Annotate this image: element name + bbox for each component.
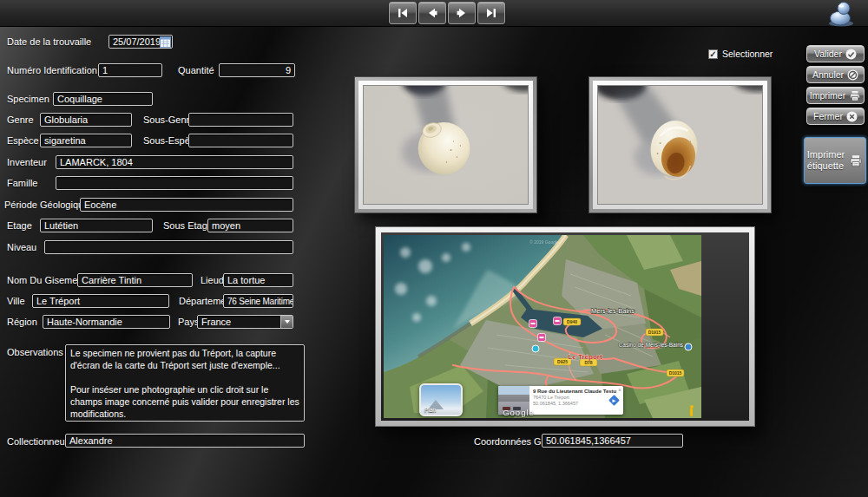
inventeur-input[interactable]: LAMARCK, 1804 [56,155,293,169]
numero-input[interactable]: 1 [98,63,162,77]
gps-input[interactable]: 50.061845,1366457 [542,434,683,448]
specimen-label: Specimen [7,94,49,104]
map-label-mers-les-bains: Mers-les-Bains [591,307,635,315]
etage-label: Etage [7,220,32,231]
inventeur-label: Inventeur [7,157,47,167]
sous-etage-input[interactable]: moyen [207,219,293,232]
niveau-label: Niveau [7,242,36,252]
previous-record-button[interactable] [418,2,446,24]
pays-select[interactable]: France [197,315,293,329]
next-record-button[interactable] [448,2,476,24]
imprimer-etiquette-button[interactable]: Imprimer étiquette [804,137,866,184]
user-icon[interactable] [823,1,861,30]
imprimer-etiquette-label: Imprimer étiquette [807,149,845,172]
map-copyright: © 2019 Google [529,239,559,245]
periode-input[interactable]: Eocène [80,198,293,212]
etage-input[interactable]: Lutétien [40,219,153,232]
first-record-button[interactable] [389,2,417,24]
next-record-icon [454,5,470,21]
specimen-photo-1[interactable] [354,76,537,213]
espece-input[interactable]: sigaretina [40,134,132,147]
sous-espece-input[interactable] [188,134,293,147]
close-icon [846,111,858,122]
road-badge: D1015 [669,370,682,376]
previous-record-icon [424,5,440,21]
selectionner-checkbox-row: ✓ Selectionner [708,49,773,59]
dropdown-arrow-icon[interactable] [280,316,293,328]
ville-label: Ville [7,296,25,306]
collectionneur-label: Collectionneur [7,436,68,447]
pays-value: France [201,317,231,327]
annuler-label: Annuler [812,69,844,80]
google-watermark: Google [384,408,654,417]
top-toolbar [0,0,868,27]
info-card-coordinates: 50.061845, 1.366457 [533,401,621,407]
road-badge: D925 [557,359,568,364]
map-photo-frame: D940 D1915 D925 D78 D926 D1015 [375,226,755,427]
check-icon [845,49,857,60]
imprimer-label: Imprimer [810,90,845,101]
map-inner-area: D940 D1915 D925 D78 D926 D1015 [381,232,749,421]
photo-matte [358,81,533,209]
last-record-button[interactable] [477,2,505,24]
photo-matte [593,81,767,209]
date-label: Date de la trouvaille [7,36,91,47]
selectionner-checkbox[interactable]: ✓ [708,49,718,59]
periode-label: Période Géologique [4,199,89,210]
imprimer-button[interactable]: Imprimer [806,87,865,104]
pays-label: Pays [178,317,199,327]
collectionneur-input[interactable]: Alexandre [65,434,305,448]
gisement-label: Nom Du Gisement [7,275,85,285]
valider-label: Valider [814,49,842,59]
quantite-input[interactable]: 9 [219,63,295,77]
sous-genre-input[interactable] [188,113,293,127]
quantite-label: Quantité [178,65,214,75]
selectionner-label: Selectionner [722,49,773,59]
record-navigation [389,2,505,24]
info-card-close-icon[interactable]: × [618,387,621,393]
lieudit-input[interactable]: La tortue [223,273,293,287]
sous-genre-label: Sous-Genre [143,114,194,125]
ville-input[interactable]: Le Tréport [32,294,169,308]
map-label-le-treport: Le Tréport [568,353,602,361]
observations-label: Observations [7,347,63,357]
map-image[interactable]: D940 D1915 D925 D78 D926 D1015 [384,235,701,418]
niveau-input[interactable] [44,240,293,254]
record-window: Date de la trouvaille 25/07/2019 Numéro … [0,0,868,497]
valider-button[interactable]: Valider [806,45,865,62]
calendar-icon[interactable] [160,36,171,49]
printer-icon [849,154,863,167]
printer-icon [849,90,861,101]
pegman-icon[interactable] [688,405,694,416]
last-record-icon [483,5,499,21]
region-input[interactable]: Haute-Normandie [43,315,170,329]
genre-label: Genre [7,114,34,125]
gisement-input[interactable]: Carrière Tintin [77,273,193,287]
first-record-icon [395,5,411,21]
famille-input[interactable] [56,176,293,190]
poi-marker-cyan[interactable] [532,345,539,352]
region-label: Région [7,317,37,327]
road-badge: D1915 [648,330,661,335]
info-card-title: 9 Rue du Lieutenant Claude Testu [533,389,621,395]
map-label-casino: Casino de Mers-les-Bains [619,342,684,348]
specimen-photo-2[interactable] [589,76,772,213]
poi-marker-blue[interactable] [685,343,692,350]
espece-label: Espèce [7,135,39,146]
genre-input[interactable]: Globularia [40,113,132,127]
cancel-icon [847,69,858,81]
departement-input[interactable]: 76 Seine Maritime [223,294,293,308]
fermer-label: Fermer [813,111,843,121]
date-value: 25/07/2019 [113,36,161,47]
road-badge: D940 [567,319,577,324]
date-input[interactable]: 25/07/2019 [108,35,173,49]
fermer-button[interactable]: Fermer [806,108,865,125]
sous-etage-label: Sous Etage [163,220,213,231]
specimen-input[interactable]: Coquillage [53,92,153,106]
observations-textarea[interactable]: Le specimen ne provient pas du Tréport, … [65,344,305,422]
annuler-button[interactable]: Annuler [806,66,865,83]
shell-top-view-image[interactable] [363,85,529,205]
numero-label: Numéro Identification [7,65,97,75]
famille-label: Famille [7,178,37,188]
shell-aperture-view-image[interactable] [597,85,763,205]
